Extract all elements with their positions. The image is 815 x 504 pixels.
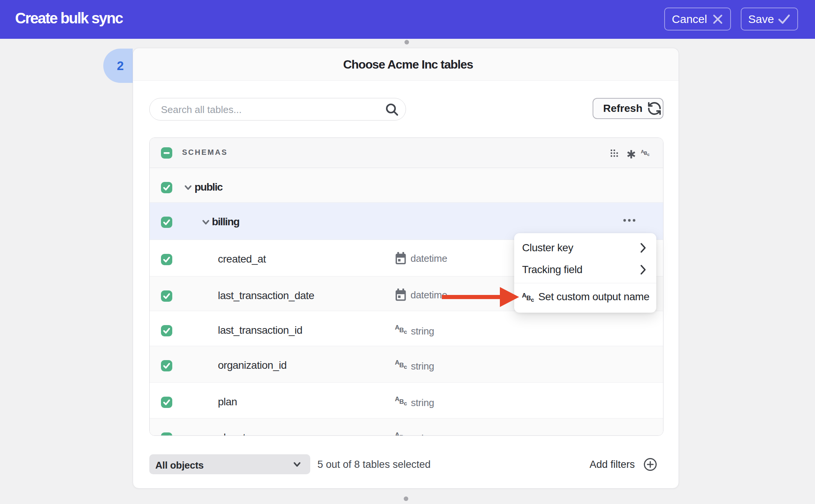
svg-text:c: c <box>531 296 534 303</box>
svg-text:B: B <box>644 151 647 156</box>
svg-text:c: c <box>404 400 407 406</box>
svg-text:A: A <box>395 359 400 366</box>
svg-text:c: c <box>404 363 407 370</box>
svg-text:A: A <box>395 324 400 331</box>
svg-text:B: B <box>399 327 404 334</box>
svg-text:A: A <box>395 396 400 403</box>
svg-text:A: A <box>395 431 400 436</box>
svg-text:c: c <box>647 152 650 157</box>
svg-text:B: B <box>399 434 404 436</box>
svg-text:A: A <box>522 292 527 299</box>
svg-text:c: c <box>404 328 407 335</box>
svg-text:B: B <box>526 295 531 302</box>
svg-text:B: B <box>399 398 404 405</box>
svg-text:B: B <box>399 362 404 369</box>
